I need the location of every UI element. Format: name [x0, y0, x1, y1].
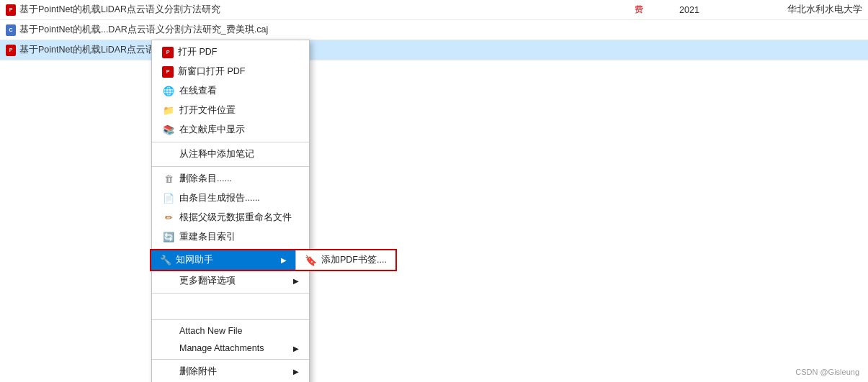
entry-title-2: 基于PointNet的机载...DAR点云语义分割方法研究_费美琪.caj: [19, 24, 862, 36]
menu-open-pdf-new-label: 新窗口打开 PDF: [178, 65, 245, 78]
menu-open-pdf[interactable]: P 打开 PDF: [152, 42, 309, 62]
menu-show-library[interactable]: 📚 在文献库中显示: [152, 120, 309, 140]
context-menu: P 打开 PDF P 新窗口打开 PDF 🌐 在线查看 📁 打开文件位置 📚 在…: [151, 40, 310, 382]
main-area: P 基于PointNet的机载LiDAR点云语义分割方法研究 费 2021 华北…: [0, 0, 868, 382]
watermark: CSDN @Gisleung: [795, 368, 859, 376]
zhiwang-placeholder: [152, 296, 309, 317]
entry-fee-1: 费: [617, 4, 661, 16]
separator-1: [152, 142, 309, 142]
menu-more-translate-label: 更多翻译选项: [179, 275, 236, 287]
more-translate-arrow: ▶: [293, 277, 299, 285]
doc-icon-2: C: [6, 24, 16, 36]
separator-6: [152, 359, 309, 360]
submenu-add-bookmark[interactable]: 🔖 添加PDF书签....: [295, 250, 395, 270]
menu-rename-file-label: 根据父级元数据重命名文件: [179, 212, 292, 224]
entry-row-3[interactable]: P 基于PointNet的机载LiDAR点云语义分割方法研究_2021_费.pd…: [0, 40, 868, 60]
zhiwang-icon: 🔧: [160, 255, 171, 265]
menu-rename-file[interactable]: ✏ 根据父级元数据重命名文件: [152, 208, 309, 227]
menu-more-translate[interactable]: 更多翻译选项 ▶: [152, 271, 309, 291]
rebuild-icon: 🔄: [162, 232, 175, 242]
entry-row-1[interactable]: P 基于PointNet的机载LiDAR点云语义分割方法研究 费 2021 华北…: [0, 0, 868, 20]
menu-show-library-label: 在文献库中显示: [179, 124, 245, 136]
separator-2: [152, 166, 309, 167]
menu-attach-new[interactable]: Attach New File: [152, 322, 309, 340]
menu-delete-attach-label: 删除附件: [179, 365, 217, 378]
report-icon: 📄: [162, 193, 175, 204]
menu-open-location[interactable]: 📁 打开文件位置: [152, 101, 309, 120]
menu-attach-new-label: Attach New File: [179, 326, 243, 336]
menu-gen-report-label: 由条目生成报告......: [179, 192, 260, 204]
entry-institution-1: 华北水利水电大学: [718, 4, 862, 16]
pdf-icon-1: P: [6, 4, 16, 16]
menu-delete-attach[interactable]: 删除附件 ▶: [152, 362, 309, 381]
menu-add-note-label: 从注释中添加笔记: [179, 148, 254, 160]
menu-add-note[interactable]: 从注释中添加笔记: [152, 145, 309, 164]
menu-manage-attach[interactable]: Manage Attachments ▶: [152, 340, 309, 357]
library-icon: 📚: [162, 124, 175, 135]
globe-icon: 🌐: [162, 86, 175, 96]
menu-gen-report[interactable]: 📄 由条目生成报告......: [152, 188, 309, 208]
zhiwang-label: 知网助手: [176, 254, 213, 266]
separator-5: [152, 319, 309, 320]
zhiwang-arrow: ▶: [281, 256, 287, 264]
menu-view-online-label: 在线查看: [179, 85, 217, 97]
delete-icon: 🗑: [162, 173, 175, 184]
watermark-text: CSDN @Gisleung: [795, 368, 859, 376]
menu-open-pdf-new[interactable]: P 新窗口打开 PDF: [152, 62, 309, 81]
separator-4: [152, 293, 309, 294]
menu-pdf-new-icon: P: [162, 66, 174, 78]
entry-year-1: 2021: [661, 5, 718, 15]
menu-manage-attach-label: Manage Attachments: [179, 343, 264, 353]
entry-title-3: 基于PointNet的机载LiDAR点云语义分割方法研究_2021_费.pdf: [19, 44, 862, 56]
menu-delete-item-label: 删除条目......: [179, 173, 232, 185]
submenu-add-bookmark-label: 添加PDF书签....: [321, 254, 387, 266]
zhiwang-highlighted-row[interactable]: 🔧 知网助手 ▶ 🔖 添加PDF书签....: [150, 249, 397, 271]
rename-icon: ✏: [162, 212, 175, 223]
menu-rebuild-index[interactable]: 🔄 重建条目索引: [152, 227, 309, 247]
entry-row-2[interactable]: C 基于PointNet的机载...DAR点云语义分割方法研究_费美琪.caj: [0, 20, 868, 40]
folder-icon: 📁: [162, 105, 175, 116]
menu-delete-item[interactable]: 🗑 删除条目......: [152, 169, 309, 188]
zhiwang-item[interactable]: 🔧 知网助手 ▶: [151, 250, 295, 270]
menu-view-online[interactable]: 🌐 在线查看: [152, 81, 309, 101]
bookmark-icon: 🔖: [305, 255, 317, 266]
entry-title-1: 基于PointNet的机载LiDAR点云语义分割方法研究: [19, 4, 617, 16]
pdf-icon-3: P: [6, 45, 16, 56]
menu-rebuild-index-label: 重建条目索引: [179, 231, 236, 243]
menu-open-pdf-label: 打开 PDF: [178, 46, 217, 58]
delete-attach-arrow: ▶: [293, 368, 299, 376]
manage-attach-arrow: ▶: [293, 345, 299, 353]
menu-pdf-icon: P: [162, 47, 174, 58]
menu-open-location-label: 打开文件位置: [179, 104, 236, 117]
